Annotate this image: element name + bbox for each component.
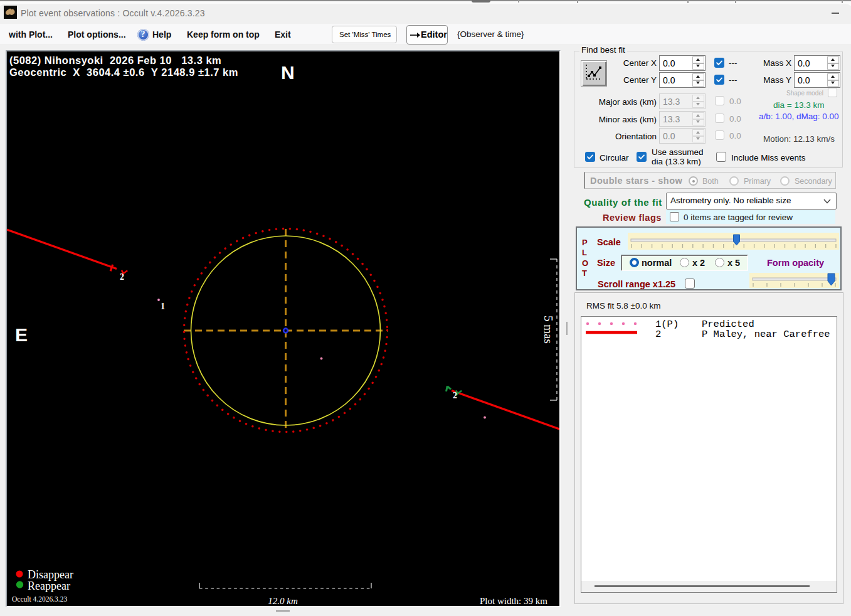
svg-text:2: 2 xyxy=(655,329,661,340)
svg-text:P Maley, near Carefree: P Maley, near Carefree xyxy=(702,329,830,340)
svg-text:5 mas: 5 mas xyxy=(542,316,555,344)
svg-text:Geocentric X 3604.4 ±0.6 Y: Geocentric X 3604.4 ±0.6 Y 2148.9 ±1.7 k… xyxy=(9,66,238,78)
svg-text:2: 2 xyxy=(453,391,457,400)
svg-text:Reappear: Reappear xyxy=(28,580,70,592)
svg-text:2: 2 xyxy=(120,272,124,282)
svg-text:Disappear: Disappear xyxy=(28,568,73,581)
svg-text:Occult 4.2026.3.23: Occult 4.2026.3.23 xyxy=(12,595,67,603)
svg-text:N: N xyxy=(281,62,295,83)
svg-text:1: 1 xyxy=(161,302,165,311)
svg-text:E: E xyxy=(15,324,28,345)
svg-text:12.0 km: 12.0 km xyxy=(268,596,298,606)
svg-text:Plot width: 39 km: Plot width: 39 km xyxy=(480,596,547,606)
svg-text:(5082) Nihonsyoki 2026 Feb 10: (5082) Nihonsyoki 2026 Feb 10 13.3 km xyxy=(9,55,221,66)
